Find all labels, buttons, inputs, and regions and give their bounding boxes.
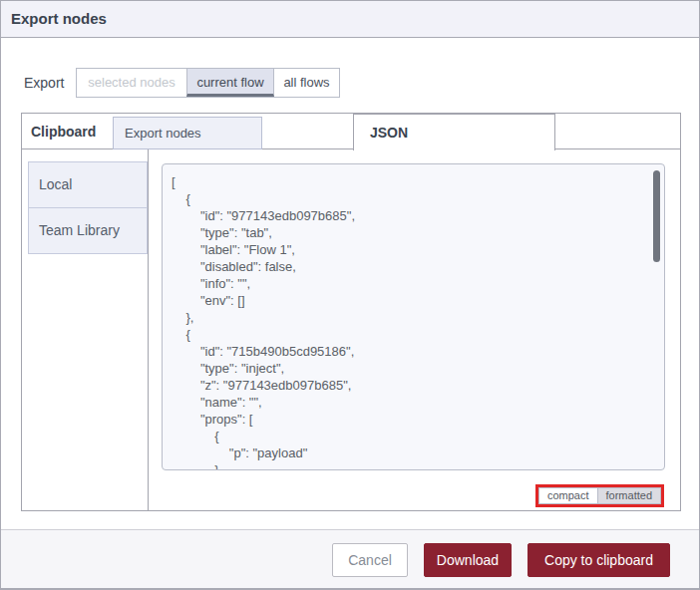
export-scope-toggle: selected nodes current flow all flows <box>76 68 340 98</box>
cancel-button[interactable]: Cancel <box>332 543 408 577</box>
panel-body: Local Team Library [ { "id": "977143edb0… <box>22 149 680 510</box>
dialog-footer: Cancel Download Copy to clipboard <box>1 529 699 589</box>
compact-button[interactable]: compact <box>538 487 598 504</box>
copy-to-clipboard-button[interactable]: Copy to clipboard <box>527 543 670 577</box>
scrollbar-thumb[interactable] <box>653 170 660 262</box>
tab-bar: Clipboard Export nodes JSON <box>22 114 680 149</box>
library-sidebar: Local Team Library <box>22 149 149 510</box>
tab-json[interactable]: JSON <box>353 114 555 150</box>
export-scope-label: Export <box>24 68 64 98</box>
json-content: [ { "id": "977143edb097b685", "type": "t… <box>163 164 664 470</box>
sidebar-item-team-library[interactable]: Team Library <box>28 207 148 254</box>
export-panel: Clipboard Export nodes JSON Local Team L… <box>21 113 681 511</box>
export-nodes-dialog: Export nodes Export selected nodes curre… <box>0 0 700 590</box>
sidebar-item-local[interactable]: Local <box>28 161 148 208</box>
download-button[interactable]: Download <box>424 543 512 577</box>
scope-selected-nodes-button[interactable]: selected nodes <box>77 69 186 97</box>
format-toggle-highlight: compact formatted <box>535 484 664 507</box>
dialog-title: Export nodes <box>1 1 699 38</box>
clipboard-section-label: Clipboard <box>31 114 96 149</box>
scope-current-flow-button[interactable]: current flow <box>186 69 274 97</box>
tab-export-nodes[interactable]: Export nodes <box>113 117 262 149</box>
scope-all-flows-button[interactable]: all flows <box>274 69 339 97</box>
json-textarea[interactable]: [ { "id": "977143edb097b685", "type": "t… <box>162 163 665 470</box>
formatted-button[interactable]: formatted <box>597 487 661 504</box>
json-editor-area: [ { "id": "977143edb097b685", "type": "t… <box>149 149 680 510</box>
